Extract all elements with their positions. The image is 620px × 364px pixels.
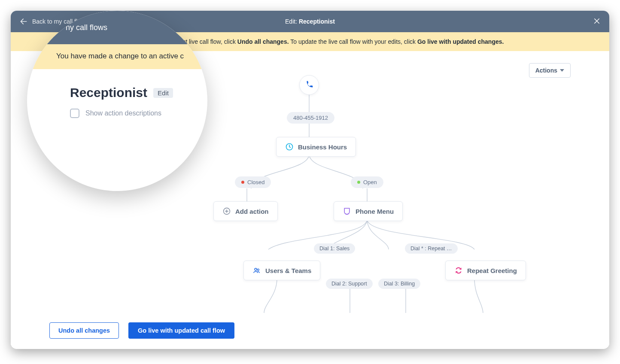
add-action-node[interactable]: Add action xyxy=(213,201,278,221)
dialstar-label: Dial * : Repeat … xyxy=(410,246,452,252)
phone-number-pill[interactable]: 480-455-1912 xyxy=(287,112,334,124)
close-button[interactable] xyxy=(593,17,601,26)
dial3-pill[interactable]: Dial 3: Billing xyxy=(378,279,420,289)
svg-point-2 xyxy=(255,268,257,270)
users-teams-label: Users & Teams xyxy=(265,267,311,274)
banner-bold-1: Undo all changes. xyxy=(237,38,289,45)
show-descriptions-label: Show action descriptions xyxy=(85,109,161,117)
users-teams-node[interactable]: Users & Teams xyxy=(243,261,320,280)
closed-branch-pill[interactable]: Closed xyxy=(235,176,271,188)
closed-label: Closed xyxy=(247,179,264,185)
arrow-left-icon xyxy=(19,17,28,26)
phone-menu-node[interactable]: Phone Menu xyxy=(334,201,403,221)
start-node[interactable] xyxy=(299,75,319,95)
status-dot-open-icon xyxy=(357,181,360,184)
app-window: Back to my call flows Edit: Receptionist… xyxy=(11,11,609,349)
users-icon xyxy=(252,266,261,275)
show-descriptions-checkbox[interactable] xyxy=(70,109,79,118)
phone-icon xyxy=(304,80,314,90)
open-branch-pill[interactable]: Open xyxy=(351,176,383,188)
mag-banner: You have made a change to an active c xyxy=(27,44,207,69)
go-live-button[interactable]: Go live with updated call flow xyxy=(128,322,234,339)
title-name: Receptionist xyxy=(299,18,335,25)
title-prefix: Edit: xyxy=(285,18,299,25)
banner-bold-2: Go live with updated changes. xyxy=(417,38,504,45)
mag-banner-text: You have made a change to an active c xyxy=(56,52,184,60)
edit-title-chip[interactable]: Edit xyxy=(153,88,173,98)
dialstar-pill[interactable]: Dial * : Repeat … xyxy=(405,243,458,254)
svg-point-3 xyxy=(257,269,259,270)
repeat-greeting-node[interactable]: Repeat Greeting xyxy=(445,261,526,280)
phone-number-label: 480-455-1912 xyxy=(293,115,328,121)
open-label: Open xyxy=(363,179,377,185)
plus-circle-icon xyxy=(222,207,231,215)
dial1-pill[interactable]: Dial 1: Sales xyxy=(314,243,355,254)
banner-text-2: To update the live call flow with your e… xyxy=(290,38,417,45)
dial1-label: Dial 1: Sales xyxy=(319,246,350,252)
undo-all-button[interactable]: Undo all changes xyxy=(49,322,119,339)
add-action-label: Add action xyxy=(235,208,269,215)
repeat-greeting-label: Repeat Greeting xyxy=(467,267,517,274)
repeat-icon xyxy=(454,266,463,275)
business-hours-label: Business Hours xyxy=(298,143,347,151)
magnifier-overlay: ny call flows You have made a change to … xyxy=(27,11,207,191)
dial3-label: Dial 3: Billing xyxy=(384,281,415,287)
footer-bar: Undo all changes Go live with updated ca… xyxy=(11,315,609,347)
flow-title: Receptionist xyxy=(70,85,147,100)
mag-body: Receptionist Edit Show action descriptio… xyxy=(27,69,207,118)
dial2-pill[interactable]: Dial 2: Support xyxy=(326,279,373,289)
status-dot-closed-icon xyxy=(241,181,244,184)
dial2-label: Dial 2: Support xyxy=(331,281,367,287)
mag-header-text: ny call flows xyxy=(66,23,107,32)
clock-icon xyxy=(285,143,294,151)
phone-menu-icon xyxy=(343,207,351,215)
phone-menu-label: Phone Menu xyxy=(356,208,394,215)
business-hours-node[interactable]: Business Hours xyxy=(276,137,356,157)
close-icon xyxy=(593,17,601,25)
